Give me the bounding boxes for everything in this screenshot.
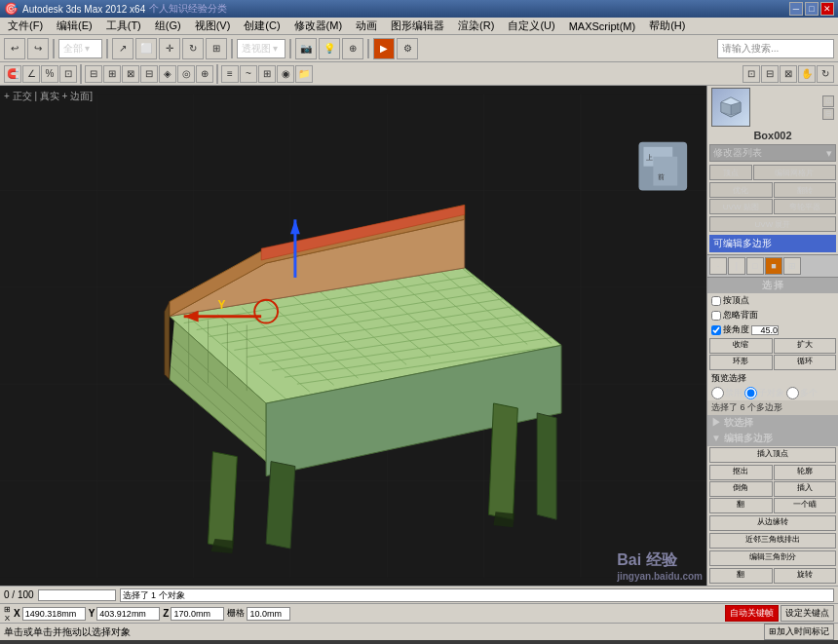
- btn-outline[interactable]: 轮廓: [774, 465, 837, 480]
- element-btn[interactable]: ⊞: [783, 257, 801, 275]
- select-btn[interactable]: ↗: [112, 38, 133, 59]
- btn-uvw-map[interactable]: UVW 贴图: [709, 199, 773, 214]
- add-time-tag-btn[interactable]: ⊞加入时间标记: [764, 624, 834, 640]
- menu-modifier[interactable]: 修改器(M): [288, 18, 349, 34]
- btn-flip3[interactable]: 翻: [709, 568, 773, 584]
- angle-value-input[interactable]: [751, 325, 779, 335]
- btn-insert[interactable]: 插入: [774, 481, 837, 497]
- btn-bend[interactable]: 弯轮平器: [774, 199, 837, 214]
- light-btn[interactable]: 💡: [319, 38, 340, 59]
- active-modifier[interactable]: 可编辑多边形: [709, 235, 836, 252]
- schematic-view-btn[interactable]: ⊞: [258, 65, 276, 83]
- render-btn[interactable]: ▶: [373, 38, 395, 59]
- align-view-btn[interactable]: ⊕: [196, 65, 213, 83]
- select-mode-dropdown[interactable]: 全部 ▾: [58, 39, 102, 58]
- menu-customize[interactable]: 自定义(U): [502, 18, 560, 34]
- tab-edit-mesh[interactable]: 编辑网格片: [753, 165, 836, 180]
- btn-optimize[interactable]: 优化: [709, 182, 773, 198]
- btn-uvw-unwrap[interactable]: UVW 展开: [709, 216, 836, 232]
- radio-subobj[interactable]: [744, 387, 757, 399]
- btn-expand[interactable]: 扩大: [774, 338, 837, 354]
- maximize-viewport-btn[interactable]: ⊡: [743, 65, 760, 83]
- undo-btn[interactable]: ↩: [4, 38, 25, 59]
- tab-top[interactable]: 顶点: [709, 165, 752, 180]
- modifier-buttons: 优化 翻转 UVW 贴图 弯轮平器: [707, 181, 838, 215]
- y-input[interactable]: [96, 607, 160, 621]
- align-btn[interactable]: ⊞: [103, 65, 121, 83]
- scale-btn[interactable]: ⊞: [206, 38, 227, 59]
- render-setup-btn[interactable]: ⚙: [397, 38, 418, 59]
- layer-manager-btn[interactable]: ≡: [221, 65, 239, 83]
- btn-loop[interactable]: 循环: [774, 355, 837, 370]
- minimize-btn[interactable]: ─: [789, 2, 803, 16]
- btn-aim[interactable]: 一个瞄: [774, 498, 837, 513]
- rotate-btn[interactable]: ↻: [182, 38, 204, 59]
- menu-maxscript[interactable]: MAXScript(M): [563, 19, 641, 33]
- view-dropdown[interactable]: 透视图 ▾: [237, 39, 286, 58]
- btn-shrink[interactable]: 收缩: [709, 338, 773, 354]
- menu-graph-editor[interactable]: 图形编辑器: [385, 18, 450, 34]
- search-bar[interactable]: 请输入搜索...: [717, 39, 834, 58]
- radio-disable[interactable]: [711, 387, 724, 399]
- curve-editor-btn[interactable]: ~: [240, 65, 257, 83]
- x-input[interactable]: [22, 607, 86, 621]
- helper-btn[interactable]: ⊕: [342, 38, 363, 59]
- vertex-btn[interactable]: ·: [709, 257, 727, 275]
- viewport[interactable]: + 正交 | 真实 + 边面]: [0, 86, 706, 586]
- grid-input[interactable]: [247, 607, 290, 621]
- by-vertex-checkbox[interactable]: [711, 296, 721, 306]
- border-btn[interactable]: □: [746, 257, 764, 275]
- polygon-btn[interactable]: ■: [765, 257, 782, 275]
- menu-create[interactable]: 创建(C): [238, 18, 286, 34]
- btn-flip2[interactable]: 翻: [709, 498, 773, 513]
- panel-icon2[interactable]: ⊟: [822, 108, 834, 120]
- redo-btn[interactable]: ↪: [27, 38, 49, 59]
- btn-insert-vertex[interactable]: 插入顶点: [709, 447, 836, 463]
- menu-view[interactable]: 视图(V): [189, 18, 237, 34]
- z-input[interactable]: [171, 607, 224, 621]
- menu-tools[interactable]: 工具(T): [100, 18, 147, 34]
- btn-connect[interactable]: 近邻三角线排出: [709, 533, 836, 549]
- quick-align-btn[interactable]: ⊠: [122, 65, 139, 83]
- ignore-back-checkbox[interactable]: [711, 311, 721, 321]
- btn-ring[interactable]: 环形: [709, 355, 773, 370]
- modifier-tabs: 顶点 编辑网格片: [707, 164, 838, 181]
- normal-align-btn[interactable]: ⊟: [140, 65, 158, 83]
- menu-animation[interactable]: 动画: [350, 18, 383, 34]
- angle-snap-btn[interactable]: ∠: [22, 65, 40, 83]
- btn-flip[interactable]: 翻转: [774, 182, 837, 198]
- align-camera-btn[interactable]: ◎: [177, 65, 195, 83]
- by-angle-checkbox[interactable]: [711, 325, 721, 335]
- mirror-btn[interactable]: ⊟: [85, 65, 102, 83]
- menu-edit[interactable]: 编辑(E): [51, 18, 98, 34]
- zoom-extents-btn[interactable]: ⊟: [761, 65, 779, 83]
- render-explorer-btn[interactable]: 📁: [295, 65, 313, 83]
- btn-bridge[interactable]: 从边缘转: [709, 515, 836, 531]
- zoom-all-btn[interactable]: ⊠: [780, 65, 797, 83]
- select-region-btn[interactable]: ⬜: [135, 38, 157, 59]
- close-btn[interactable]: ✕: [820, 2, 834, 16]
- spinner-snap-btn[interactable]: ⊡: [59, 65, 77, 83]
- btn-bevel[interactable]: 倒角: [709, 481, 773, 497]
- snap-toggle-btn[interactable]: 🧲: [4, 65, 21, 83]
- menu-group[interactable]: 组(G): [149, 18, 187, 34]
- maximize-btn[interactable]: □: [805, 2, 819, 16]
- camera-btn[interactable]: 📷: [295, 38, 317, 59]
- orbit-btn[interactable]: ↻: [817, 65, 834, 83]
- btn-extrude[interactable]: 抠出: [709, 465, 773, 480]
- percent-snap-btn[interactable]: %: [41, 65, 58, 83]
- pan-btn[interactable]: ✋: [798, 65, 816, 83]
- auto-key-btn[interactable]: 自动关键帧: [725, 605, 779, 622]
- radio-multi[interactable]: [786, 387, 799, 399]
- material-editor-btn[interactable]: ◉: [277, 65, 294, 83]
- move-btn[interactable]: ✛: [159, 38, 180, 59]
- set-key-btn[interactable]: 设定关键点: [781, 605, 834, 622]
- menu-render[interactable]: 渲染(R): [452, 18, 500, 34]
- menu-help[interactable]: 帮助(H): [643, 18, 691, 34]
- panel-icon1[interactable]: ⊡: [822, 95, 834, 107]
- menu-file[interactable]: 文件(F): [2, 18, 49, 34]
- place-highlight-btn[interactable]: ◈: [159, 65, 176, 83]
- btn-rotate2[interactable]: 旋转: [774, 568, 837, 584]
- edge-btn[interactable]: |: [728, 257, 745, 275]
- btn-triangulate[interactable]: 编辑三角剖分: [709, 550, 836, 566]
